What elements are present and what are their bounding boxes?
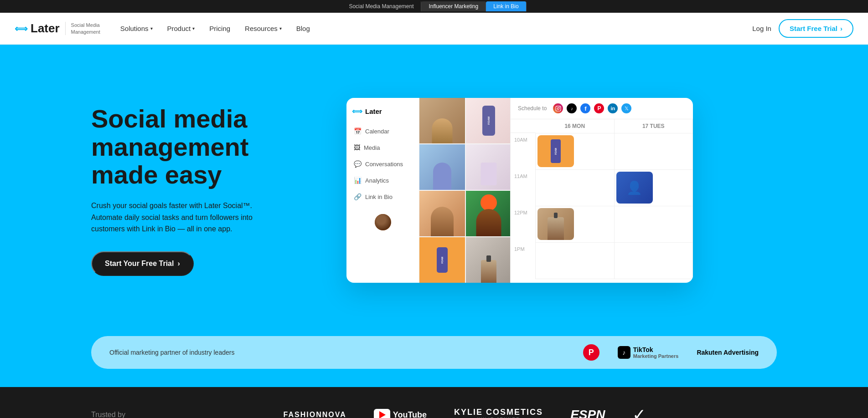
svg-rect-0 bbox=[556, 106, 561, 111]
nike-swoosh-logo: ✓ bbox=[632, 405, 646, 418]
nav-product[interactable]: Product ▾ bbox=[162, 21, 201, 36]
login-button[interactable]: Log In bbox=[752, 25, 771, 32]
media-cell-1[interactable] bbox=[419, 98, 465, 143]
brand-logos: FASHIONNOVA YouTube KYLIE COSMETICS KYLI… bbox=[153, 405, 777, 418]
tab-influencer-marketing[interactable]: Influencer Marketing bbox=[421, 1, 486, 11]
sidebar-item-link-in-bio[interactable]: 🔗 Link in Bio bbox=[346, 189, 419, 205]
sidebar-item-calendar[interactable]: 📅 Calendar bbox=[346, 123, 419, 139]
logo-area[interactable]: ⟺ Later Social Media Management bbox=[15, 21, 100, 36]
start-trial-button[interactable]: Start Free Trial › bbox=[779, 19, 853, 38]
media-cell-8[interactable] bbox=[466, 237, 511, 283]
schedule-header: Schedule to ♪ f P in 𝕏 bbox=[511, 98, 693, 119]
schedule-cell-1pm-mon[interactable] bbox=[536, 243, 615, 279]
media-cell-2[interactable]: FOAM bbox=[466, 98, 511, 143]
arrow-right-icon: › bbox=[177, 260, 180, 268]
svg-point-1 bbox=[557, 107, 559, 109]
pinterest-icon[interactable]: P bbox=[593, 102, 605, 114]
rakuten-partner: Rakuten Advertising bbox=[697, 349, 759, 356]
linkedin-icon[interactable]: in bbox=[607, 102, 619, 114]
media-icon: 🖼 bbox=[354, 144, 360, 151]
link-icon: 🔗 bbox=[354, 193, 362, 200]
facebook-icon[interactable]: f bbox=[579, 102, 591, 114]
media-cell-5[interactable] bbox=[419, 191, 465, 236]
logo-mark: ⟺ Later bbox=[15, 21, 60, 36]
partners-label: Official marketing partner of industry l… bbox=[109, 349, 565, 356]
announcement-bar: Social Media Management Influencer Marke… bbox=[0, 0, 868, 13]
nav-resources[interactable]: Resources ▾ bbox=[239, 21, 287, 36]
chevron-down-icon: ▾ bbox=[279, 26, 282, 31]
day-header-mon: 16 MON bbox=[536, 119, 615, 133]
media-grid-area: FOAM bbox=[419, 98, 511, 283]
mockup-sidebar: ⟺ Later 📅 Calendar 🖼 Media 💬 Conversatio… bbox=[346, 98, 419, 283]
nav-actions: Log In Start Free Trial › bbox=[752, 19, 853, 38]
schedule-cell-12pm-mon[interactable] bbox=[536, 206, 615, 243]
time-12pm: 12PM bbox=[511, 206, 536, 243]
hero-content: Social media management made easy Crush … bbox=[91, 105, 319, 276]
youtube-icon bbox=[374, 409, 390, 418]
schedule-cell-10am-mon[interactable]: FOAM bbox=[536, 133, 615, 170]
schedule-cell-11am-tue[interactable]: 👤 bbox=[615, 170, 693, 206]
media-cell-4[interactable] bbox=[466, 144, 511, 190]
nav-solutions[interactable]: Solutions ▾ bbox=[115, 21, 158, 36]
hero-title: Social media management made easy bbox=[91, 105, 319, 189]
espn-logo: ESPN bbox=[570, 408, 605, 418]
calendar-icon: 📅 bbox=[354, 127, 362, 135]
media-cell-7[interactable]: FOAM bbox=[419, 237, 465, 283]
schedule-area: Schedule to ♪ f P in 𝕏 16 MON bbox=[511, 98, 693, 283]
nav-pricing[interactable]: Pricing bbox=[204, 21, 236, 36]
partners-pill: Official marketing partner of industry l… bbox=[91, 336, 777, 369]
nav-links: Solutions ▾ Product ▾ Pricing Resources … bbox=[115, 21, 752, 36]
scheduled-post-3[interactable] bbox=[537, 208, 574, 240]
scheduled-post-2[interactable]: 👤 bbox=[616, 172, 653, 204]
mockup-logo: ⟺ Later bbox=[346, 103, 419, 123]
mockup-logo-icon: ⟺ bbox=[352, 107, 362, 116]
instagram-icon[interactable] bbox=[552, 102, 564, 114]
navbar: ⟺ Later Social Media Management Solution… bbox=[0, 13, 868, 45]
tab-link-in-bio[interactable]: Link in Bio bbox=[486, 1, 526, 11]
media-grid: FOAM bbox=[419, 98, 510, 283]
scheduled-post-1[interactable]: FOAM bbox=[537, 135, 574, 167]
time-11am: 11AM bbox=[511, 170, 536, 206]
pinterest-logo-icon: P bbox=[583, 344, 599, 361]
pinterest-partner: P bbox=[583, 344, 599, 361]
arrow-right-icon: › bbox=[840, 25, 842, 32]
tab-social-media-management[interactable]: Social Media Management bbox=[341, 1, 421, 11]
schedule-cell-11am-mon[interactable] bbox=[536, 170, 615, 206]
schedule-cell-10am-tue[interactable] bbox=[615, 133, 693, 170]
footer-bar: Trusted by FASHIONNOVA YouTube KYLIE COS… bbox=[0, 387, 868, 418]
tiktok-icon[interactable]: ♪ bbox=[566, 102, 578, 114]
fashion-nova-logo: FASHIONNOVA bbox=[284, 411, 346, 418]
app-mockup: ⟺ Later 📅 Calendar 🖼 Media 💬 Conversatio… bbox=[346, 98, 693, 283]
chevron-down-icon: ▾ bbox=[192, 26, 195, 31]
schedule-to-label: Schedule to bbox=[518, 105, 547, 112]
schedule-cell-12pm-tue[interactable] bbox=[615, 206, 693, 243]
chevron-down-icon: ▾ bbox=[150, 26, 153, 31]
kylie-cosmetics-logo: KYLIE COSMETICS KYLIE JENNER bbox=[454, 408, 543, 418]
svg-point-2 bbox=[559, 107, 560, 107]
avatar-image bbox=[375, 214, 391, 230]
nav-blog[interactable]: Blog bbox=[291, 21, 315, 36]
schedule-grid: 16 MON 17 TUES 10AM FOAM 11AM bbox=[511, 119, 693, 279]
sidebar-item-analytics[interactable]: 📊 Analytics bbox=[346, 172, 419, 189]
twitter-icon[interactable]: 𝕏 bbox=[620, 102, 632, 114]
youtube-play-icon bbox=[379, 411, 386, 418]
sidebar-item-conversations[interactable]: 💬 Conversations bbox=[346, 156, 419, 172]
media-cell-3[interactable] bbox=[419, 144, 465, 190]
media-cell-6[interactable] bbox=[466, 191, 511, 236]
analytics-icon: 📊 bbox=[354, 177, 362, 184]
sidebar-item-media[interactable]: 🖼 Media bbox=[346, 139, 419, 156]
logo-subtitle: Social Media Management bbox=[65, 22, 100, 35]
time-1pm: 1PM bbox=[511, 243, 536, 279]
conversations-icon: 💬 bbox=[354, 160, 362, 168]
day-header-tue: 17 TUES bbox=[615, 119, 693, 133]
tiktok-logo-icon: ♪ bbox=[618, 346, 630, 359]
trusted-label: Trusted by bbox=[91, 411, 125, 418]
hero-description: Crush your social goals faster with Late… bbox=[91, 200, 274, 235]
partners-bar: Official marketing partner of industry l… bbox=[0, 336, 868, 387]
time-10am: 10AM bbox=[511, 133, 536, 170]
hero-section: Social media management made easy Crush … bbox=[0, 45, 868, 336]
schedule-cell-1pm-tue[interactable] bbox=[615, 243, 693, 279]
logo-arrows-icon: ⟺ bbox=[15, 23, 28, 34]
tiktok-partner: ♪ TikTok Marketing Partners bbox=[618, 346, 679, 359]
hero-cta-button[interactable]: Start Your Free Trial › bbox=[91, 251, 194, 276]
